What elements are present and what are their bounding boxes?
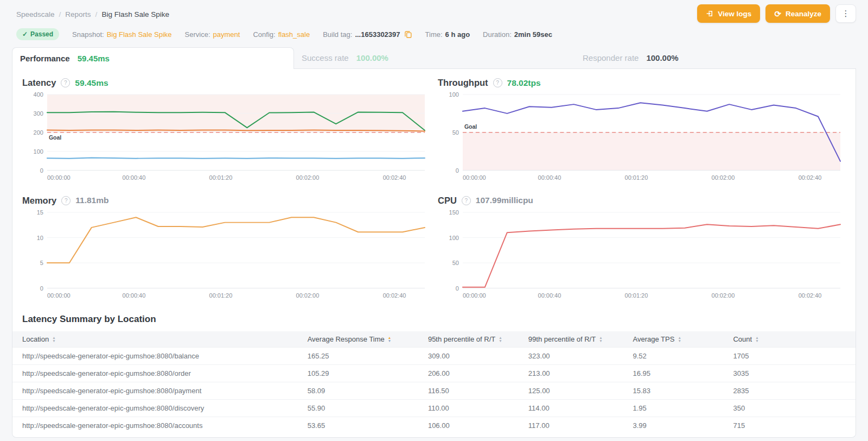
cpu-header: CPU ? 107.99millicpu — [438, 196, 846, 206]
column-header[interactable]: Average TPS▲▼ — [630, 331, 730, 348]
sort-icon: ▲▼ — [52, 336, 55, 342]
help-icon[interactable]: ? — [493, 78, 502, 87]
table-row[interactable]: http://speedscale-generator-epic-gumshoe… — [12, 417, 856, 434]
svg-text:Goal: Goal — [49, 135, 61, 141]
config-link[interactable]: flash_sale — [278, 30, 310, 39]
cell: 53.65 — [304, 417, 425, 434]
svg-text:00:00:00: 00:00:00 — [463, 174, 486, 181]
latency-chart[interactable]: 010020030040000:00:0000:00:4000:01:2000:… — [22, 90, 430, 187]
help-icon[interactable]: ? — [61, 196, 71, 205]
more-options-button[interactable]: ⋮ — [835, 4, 856, 23]
table-title: Latency Summary by Location — [22, 314, 846, 325]
cell: 105.29 — [304, 365, 425, 382]
build-tag-value: ...1653302397 — [355, 30, 400, 39]
svg-text:300: 300 — [34, 110, 43, 117]
tab-performance[interactable]: Performance 59.45ms — [12, 47, 294, 69]
reanalyze-label: Reanalyze — [786, 10, 821, 18]
column-label: Average Response Time — [308, 335, 385, 343]
copy-icon[interactable] — [404, 30, 412, 39]
breadcrumb-separator: / — [95, 10, 98, 18]
cell: 3035 — [730, 365, 856, 382]
cpu-chart[interactable]: 05010015000:00:0000:00:4000:01:2000:02:0… — [438, 208, 846, 305]
cell: http://speedscale-generator-epic-gumshoe… — [12, 365, 304, 382]
status-badge: ✓ Passed — [16, 28, 59, 40]
kebab-icon: ⋮ — [842, 9, 850, 18]
tab-responder-rate[interactable]: Responder rate 100.00% — [575, 47, 856, 69]
svg-text:00:02:00: 00:02:00 — [296, 174, 320, 181]
view-logs-label: View logs — [718, 10, 751, 18]
svg-text:100: 100 — [449, 234, 459, 241]
svg-text:0: 0 — [456, 167, 459, 174]
svg-text:00:00:00: 00:00:00 — [463, 292, 486, 298]
memory-chart[interactable]: 05101500:00:0000:00:4000:01:2000:02:0000… — [22, 208, 430, 305]
throughput-value: 78.02tps — [507, 78, 541, 88]
svg-text:100: 100 — [449, 91, 459, 98]
service-link[interactable]: payment — [213, 30, 240, 39]
latency-table-body: http://speedscale-generator-epic-gumshoe… — [12, 348, 856, 434]
help-icon[interactable]: ? — [462, 196, 471, 205]
cell: http://speedscale-generator-epic-gumshoe… — [12, 400, 304, 417]
svg-text:00:00:40: 00:00:40 — [123, 174, 146, 181]
column-header[interactable]: 95th percentile of R/T▲▼ — [425, 331, 525, 348]
status-bar: ✓ Passed Snapshot: Big Flash Sale Spike … — [0, 23, 868, 47]
svg-text:00:02:40: 00:02:40 — [799, 174, 822, 181]
column-header[interactable]: Location▲▼ — [12, 331, 304, 348]
throughput-chart[interactable]: 05010000:00:0000:00:4000:01:2000:02:0000… — [438, 90, 846, 187]
latency-table-header-row: Location▲▼Average Response Time▲▼95th pe… — [12, 331, 856, 348]
breadcrumb-reports[interactable]: Reports — [65, 10, 91, 18]
view-logs-button[interactable]: View logs — [697, 4, 760, 23]
breadcrumb-separator: / — [59, 10, 61, 18]
refresh-icon: ⟳ — [774, 10, 781, 18]
cell: 9.52 — [630, 348, 730, 365]
svg-text:00:00:40: 00:00:40 — [538, 174, 561, 181]
table-row[interactable]: http://speedscale-generator-epic-gumshoe… — [12, 348, 856, 365]
topbar: Speedscale / Reports / Big Flash Sale Sp… — [0, 0, 868, 23]
svg-text:00:01:20: 00:01:20 — [209, 174, 233, 181]
cell: 206.00 — [425, 365, 525, 382]
header-actions: View logs ⟳ Reanalyze ⋮ — [697, 4, 856, 23]
sort-icon: ▲▼ — [755, 336, 758, 342]
field-build-tag: Build tag: ...1653302397 — [323, 30, 412, 39]
field-duration: Duration: 2min 59sec — [483, 30, 552, 39]
column-label: Count — [733, 335, 752, 343]
cell: 1.95 — [630, 400, 730, 417]
status-badge-label: Passed — [30, 30, 53, 38]
svg-text:00:02:40: 00:02:40 — [799, 292, 822, 298]
help-icon[interactable]: ? — [61, 78, 70, 87]
cell: 117.00 — [525, 417, 630, 434]
svg-text:00:00:40: 00:00:40 — [123, 292, 146, 298]
cell: 15.83 — [630, 382, 730, 400]
tab-value: 100.00% — [646, 53, 678, 62]
breadcrumb-current-report: Big Flash Sale Spike — [101, 10, 169, 18]
column-header[interactable]: Average Response Time▲▼ — [304, 331, 425, 348]
field-service: Service: payment — [185, 30, 240, 39]
cell: 125.00 — [525, 382, 630, 400]
table-row[interactable]: http://speedscale-generator-epic-gumshoe… — [12, 365, 856, 382]
svg-text:0: 0 — [40, 167, 43, 174]
sort-icon: ▲▼ — [388, 336, 391, 342]
table-row[interactable]: http://speedscale-generator-epic-gumshoe… — [12, 400, 856, 417]
snapshot-link[interactable]: Big Flash Sale Spike — [107, 30, 172, 39]
svg-text:0: 0 — [456, 285, 459, 291]
tab-label: Responder rate — [583, 53, 639, 62]
throughput-title: Throughput — [438, 78, 488, 88]
cpu-value: 107.99millicpu — [476, 196, 533, 205]
cell: 309.00 — [425, 348, 525, 365]
tab-success-rate[interactable]: Success rate 100.00% — [294, 47, 575, 69]
cpu-title: CPU — [438, 196, 457, 206]
latency-value: 59.45ms — [75, 78, 108, 88]
table-row[interactable]: http://speedscale-generator-epic-gumshoe… — [12, 382, 856, 400]
cell: http://speedscale-generator-epic-gumshoe… — [12, 417, 304, 434]
throughput-header: Throughput ? 78.02tps — [438, 78, 846, 88]
svg-text:15: 15 — [37, 209, 43, 215]
cell: 110.00 — [425, 400, 525, 417]
cell: 213.00 — [525, 365, 630, 382]
column-header[interactable]: 99th percentile of R/T▲▼ — [525, 331, 630, 348]
cell: 116.50 — [425, 382, 525, 400]
reanalyze-button[interactable]: ⟳ Reanalyze — [765, 4, 830, 23]
svg-text:00:02:40: 00:02:40 — [383, 174, 406, 181]
cell: 715 — [730, 417, 856, 434]
breadcrumb-speedscale[interactable]: Speedscale — [16, 10, 55, 18]
column-header[interactable]: Count▲▼ — [730, 331, 856, 348]
field-label: Build tag: — [323, 30, 352, 39]
